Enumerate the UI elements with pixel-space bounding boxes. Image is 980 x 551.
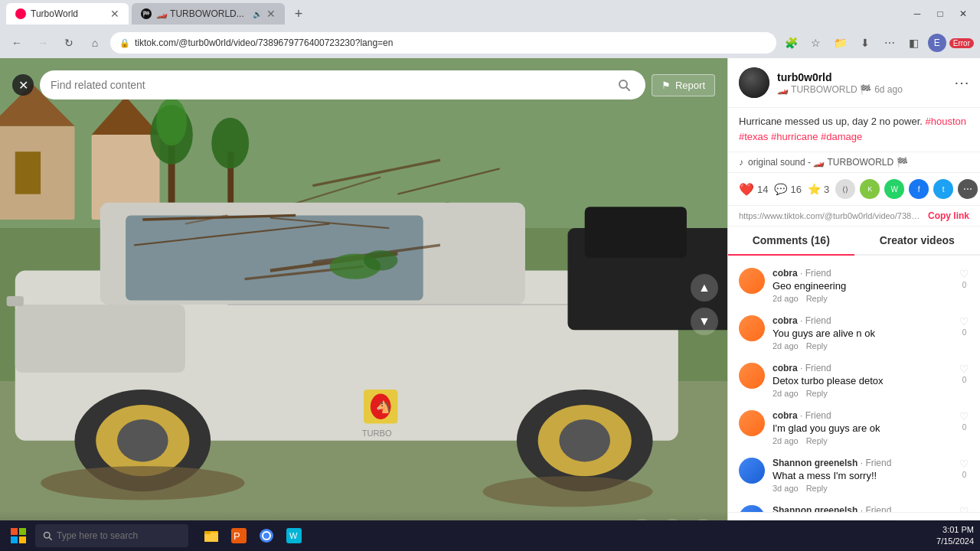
- reply-button[interactable]: Reply: [806, 436, 828, 445]
- share-embed[interactable]: ⟨⟩: [835, 179, 855, 199]
- profile-icon[interactable]: E: [928, 34, 946, 52]
- like-count: 0: [962, 328, 967, 337]
- hashtag-texas[interactable]: #texas: [739, 131, 768, 142]
- tab-close-2[interactable]: ✕: [266, 8, 276, 20]
- share-more[interactable]: ⋯: [958, 179, 978, 199]
- hashtag-houston[interactable]: #houston: [926, 116, 967, 127]
- minimize-button[interactable]: ─: [906, 3, 928, 24]
- home-button[interactable]: ⌂: [84, 32, 106, 54]
- taskbar-chrome[interactable]: [254, 523, 279, 548]
- close-overlay-button[interactable]: ✕: [12, 74, 34, 96]
- reply-button[interactable]: Reply: [806, 294, 828, 303]
- close-button[interactable]: ✕: [952, 3, 974, 24]
- star-icon[interactable]: ☆: [805, 32, 827, 54]
- address-bar[interactable]: 🔒 tiktok.com/@turb0w0rld/video/738967977…: [110, 32, 776, 54]
- collections-icon[interactable]: 📁: [830, 32, 851, 54]
- music-note-icon: ♪: [739, 157, 743, 168]
- creator-avatar[interactable]: [739, 67, 769, 98]
- reply-button[interactable]: Reply: [806, 389, 828, 398]
- comment-button[interactable]: 💬 16: [774, 183, 801, 195]
- reply-button[interactable]: Reply: [806, 341, 828, 350]
- share-twitter[interactable]: t: [933, 179, 953, 199]
- comment-like: ♡ 0: [959, 410, 969, 445]
- like-button[interactable]: ❤️ 14: [739, 182, 768, 197]
- bookmark-button[interactable]: ⭐ 3: [808, 183, 829, 195]
- svg-rect-48: [11, 528, 18, 535]
- tab-creator-label: Creator videos: [880, 234, 955, 246]
- taskbar-search-input[interactable]: [57, 530, 181, 541]
- taskbar-file-explorer[interactable]: [199, 523, 224, 548]
- tab-comments-label: Comments (16): [753, 234, 830, 246]
- search-input[interactable]: [51, 79, 607, 91]
- video-background: 🐴: [0, 58, 727, 551]
- hashtag-hurricane[interactable]: #hurricane: [771, 131, 818, 142]
- svg-line-1: [626, 87, 629, 90]
- like-heart-icon[interactable]: ♡: [959, 458, 969, 470]
- music-line[interactable]: ♪ original sound - 🏎️ TURBOWORLD 🏁: [728, 152, 980, 173]
- time-display: 3:01 PM 7/15/2024: [936, 524, 974, 548]
- taskbar-search[interactable]: [35, 524, 188, 547]
- share-whatsapp[interactable]: W: [884, 179, 904, 199]
- comment-avatar[interactable]: [739, 410, 765, 436]
- settings-icon[interactable]: ⋯: [879, 32, 900, 54]
- start-button[interactable]: [6, 523, 31, 548]
- caption-text: Hurricane messed us up, day 2 no power.: [739, 116, 923, 127]
- svg-rect-21: [15, 305, 185, 373]
- comment-like: ♡ 0: [959, 363, 969, 398]
- search-icon[interactable]: [613, 74, 635, 96]
- like-heart-icon[interactable]: ♡: [959, 363, 969, 375]
- taskbar-app-4[interactable]: W: [282, 523, 306, 548]
- tab-inactive[interactable]: 🏁 🏎️ TURBOWORLD... 🔊 ✕: [132, 3, 285, 24]
- tab-active[interactable]: TurboWorld ✕: [6, 3, 129, 24]
- comment-avatar[interactable]: [739, 363, 765, 389]
- forward-button[interactable]: →: [32, 32, 54, 54]
- creator-username: 🏎️ TURBOWORLD 🏁: [777, 84, 871, 95]
- download-icon[interactable]: ⬇: [854, 32, 876, 54]
- refresh-button[interactable]: ↻: [58, 32, 80, 54]
- svg-point-37: [559, 419, 610, 462]
- new-tab-button[interactable]: +: [288, 3, 309, 24]
- more-options-button[interactable]: ⋯: [954, 73, 969, 92]
- like-heart-icon[interactable]: ♡: [959, 315, 969, 328]
- link-row: https://www.tiktok.com/@turb0w0rld/video…: [728, 206, 980, 227]
- like-heart-icon[interactable]: ♡: [959, 505, 969, 512]
- comment-header: cobra · Friend: [773, 410, 952, 421]
- like-count: 0: [962, 423, 967, 432]
- mute-icon: 🔊: [253, 10, 262, 18]
- sidebar-icon[interactable]: ◧: [903, 32, 925, 54]
- like-heart-icon[interactable]: ♡: [959, 268, 969, 280]
- svg-rect-56: [204, 531, 211, 534]
- comment-avatar[interactable]: [739, 458, 765, 484]
- creator-info: turb0w0rld 🏎️ TURBOWORLD 🏁 6d ago: [777, 71, 946, 95]
- comment-avatar[interactable]: [739, 505, 765, 512]
- extensions-icon[interactable]: 🧩: [781, 32, 802, 54]
- creator-meta: 🏎️ TURBOWORLD 🏁 6d ago: [777, 84, 946, 95]
- report-button[interactable]: ⚑ Report: [652, 74, 715, 96]
- maximize-button[interactable]: □: [929, 3, 951, 24]
- svg-rect-50: [11, 536, 18, 543]
- tab-close-1[interactable]: ✕: [110, 8, 119, 20]
- hashtag-damage[interactable]: #damage: [821, 131, 862, 142]
- svg-point-44: [364, 250, 397, 271]
- like-heart-icon[interactable]: ♡: [959, 410, 969, 422]
- like-count: 0: [962, 471, 967, 479]
- next-video-button[interactable]: ▼: [691, 308, 718, 335]
- copy-link-button[interactable]: Copy link: [928, 210, 969, 221]
- share-facebook[interactable]: f: [909, 179, 929, 199]
- comment-avatar[interactable]: [739, 315, 765, 341]
- list-item: cobra · Friend Detox turbo please detox …: [728, 357, 980, 404]
- comment-friend-badge: Friend: [805, 268, 831, 279]
- taskbar-app-2[interactable]: P: [227, 523, 251, 548]
- prev-video-button[interactable]: ▲: [691, 274, 718, 302]
- reply-button[interactable]: Reply: [806, 484, 828, 493]
- comment-body: Shannon greenelsh · Friend So glade to s…: [773, 505, 952, 512]
- comment-body: Shannon greenelsh · Friend What a mess I…: [773, 458, 952, 493]
- comment-actions: 3d ago Reply: [773, 484, 952, 493]
- search-bar[interactable]: [40, 70, 645, 99]
- report-label: Report: [675, 80, 705, 91]
- share-kik[interactable]: K: [860, 179, 880, 199]
- tab-comments[interactable]: Comments (16): [728, 227, 854, 254]
- comment-avatar[interactable]: [739, 268, 765, 294]
- tab-creator-videos[interactable]: Creator videos: [854, 227, 981, 254]
- back-button[interactable]: ←: [6, 32, 28, 54]
